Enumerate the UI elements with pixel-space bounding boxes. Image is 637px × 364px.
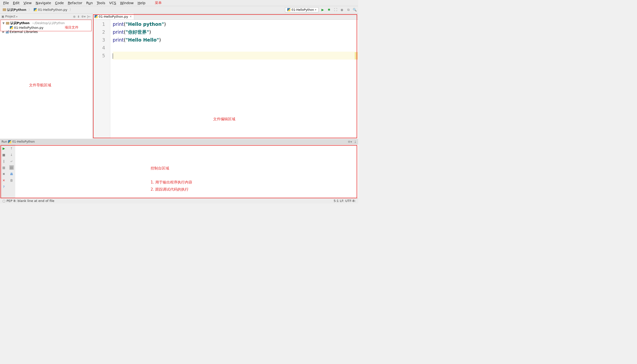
annotation-project-file: 项目文件 [65,25,79,30]
run-tool-buttons: ▶ ■ ∥ ▦ ✖ ✕ ? ↑ ↓ ⤾ ▤ 🖶 🗑 [0,144,15,198]
code-line[interactable]: print("Hello Hello") [113,36,358,44]
menu-edit[interactable]: Edit [11,0,22,6]
hide-icon[interactable]: ⤓ [354,140,357,144]
scroll-end-icon[interactable]: ▤ [9,165,14,170]
project-panel-title[interactable]: Project [5,15,15,18]
menu-refactor[interactable]: Refactor [66,0,84,6]
run-panel-title: Run [2,140,7,144]
toolbar-right: 01-HelloPython▾ ▶ ✱ ⛶ ◉ ⧉ 🔍 [285,8,357,12]
line-number: 1 [93,20,105,28]
coverage-icon[interactable]: ⛶ [333,8,338,12]
annotation-console-title: 控制台区域 [151,165,192,172]
line-number: 5 [93,52,105,60]
breadcrumb: 认识Python 〉 01-HelloPython.py 〉 [1,7,73,12]
down-icon[interactable]: ↓ [9,152,14,157]
print-icon[interactable]: 🖶 [9,172,14,176]
run-config-selector[interactable]: 01-HelloPython▾ [285,8,318,12]
annotation-console: 控制台区域 1. 用于输出程序执行内容 2. 跟踪调试代码的执行 [151,165,192,193]
run-panel-header: Run 01-HelloPython ✲▾ ⤓ [0,139,358,144]
project-sidebar: ▣ Project ▾ ⊕ ⇟ ✲▾ |← ▼ 认识Python ~/Deskt… [0,14,93,138]
collapse-icon[interactable]: ⇟ [77,15,80,18]
rerun-icon[interactable]: ▶ [2,146,6,150]
chevron-right-icon: 〉 [69,8,73,12]
search-icon[interactable]: 🔍 [353,8,357,12]
code-line-current[interactable] [113,52,358,60]
chevron-right-icon: 〉 [28,8,32,12]
menu-tools[interactable]: Tools [95,0,107,6]
profile-icon[interactable]: ◉ [340,8,344,12]
python-file-icon [34,8,37,11]
trash-icon[interactable]: 🗑 [9,178,14,182]
menu-vcs[interactable]: VCS [107,0,118,6]
run-icon[interactable]: ▶ [321,8,325,12]
locate-icon[interactable]: ⊕ [73,15,76,18]
editor-tabs: 01-HelloPython.py ✕ [93,14,358,20]
breadcrumb-file[interactable]: 01-HelloPython.py [32,8,69,12]
annotation-console-note1: 1. 用于输出程序执行内容 [151,179,192,186]
project-panel-header: ▣ Project ▾ ⊕ ⇟ ✲▾ |← [0,14,92,20]
close-icon[interactable]: ✕ [2,178,6,182]
status-position[interactable]: 5:1 LF: UTF-8: [334,199,356,203]
pin-icon[interactable]: ✖ [2,172,6,176]
editor-tab-label: 01-HelloPython.py [99,15,128,18]
up-icon[interactable]: ↑ [9,146,14,150]
scroll-marker[interactable] [355,52,358,60]
gear-icon[interactable]: ✲▾ [348,140,352,144]
pause-icon[interactable]: ∥ [2,159,6,163]
line-number: 3 [93,36,105,44]
gutter: 1 2 3 4 5 [93,20,110,138]
menu-code[interactable]: Code [53,0,66,6]
line-number: 2 [93,28,105,36]
annotation-editor-area: 文件编辑区域 [213,117,235,122]
gear-icon[interactable]: ✲▾ [81,15,85,18]
help-icon[interactable]: ? [2,184,6,189]
stop-icon[interactable]: ■ [2,152,6,157]
folder-icon [3,8,6,11]
menubar: File Edit View Navigate Code Refactor Ru… [0,0,358,6]
menu-view[interactable]: View [22,0,34,6]
annotation-menu: 菜单 [155,1,162,5]
navbar: 认识Python 〉 01-HelloPython.py 〉 01-HelloP… [0,6,358,14]
line-number: 4 [93,44,105,52]
hide-icon[interactable]: |← [87,15,91,18]
menu-file[interactable]: File [1,0,11,6]
layout-icon[interactable]: ▦ [2,165,6,170]
annotation-nav-area: 文件导航区域 [29,83,51,88]
menu-help[interactable]: Help [136,0,147,6]
text-cursor [113,53,113,59]
status-message[interactable]: PEP 8: blank line at end of file [7,199,54,203]
status-bar: ▢ PEP 8: blank line at end of file 5:1 L… [0,198,358,204]
code-line[interactable]: print("Hello python") [113,20,358,28]
editor-tab[interactable]: 01-HelloPython.py ✕ [93,14,134,20]
python-file-icon [95,15,98,18]
code-line[interactable] [113,44,358,52]
concurrency-icon[interactable]: ⧉ [346,8,351,12]
close-icon[interactable]: ✕ [129,15,132,18]
menu-navigate[interactable]: Navigate [34,0,53,6]
python-file-icon [287,8,290,11]
annotation-console-note2: 2. 跟踪调试代码的执行 [151,186,192,193]
main-split: ▣ Project ▾ ⊕ ⇟ ✲▾ |← ▼ 认识Python ~/Deskt… [0,14,358,138]
python-file-icon [8,140,11,144]
menu-run[interactable]: Run [84,0,95,6]
run-panel: ▶ ■ ∥ ▦ ✖ ✕ ? ↑ ↓ ⤾ ▤ 🖶 🗑 控制台区域 1. 用于输出程… [0,144,358,198]
code-line[interactable]: print("你好世界") [113,28,358,36]
run-panel-file: 01-HelloPython [12,140,35,144]
debug-icon[interactable]: ✱ [327,8,331,12]
breadcrumb-root[interactable]: 认识Python [1,7,28,12]
editor: 01-HelloPython.py ✕ 1 2 3 4 5 print("Hel… [93,14,358,138]
console-output[interactable]: 控制台区域 1. 用于输出程序执行内容 2. 跟踪调试代码的执行 [15,144,358,198]
menu-window[interactable]: Window [118,0,136,6]
wrap-icon[interactable]: ⤾ [9,159,14,163]
